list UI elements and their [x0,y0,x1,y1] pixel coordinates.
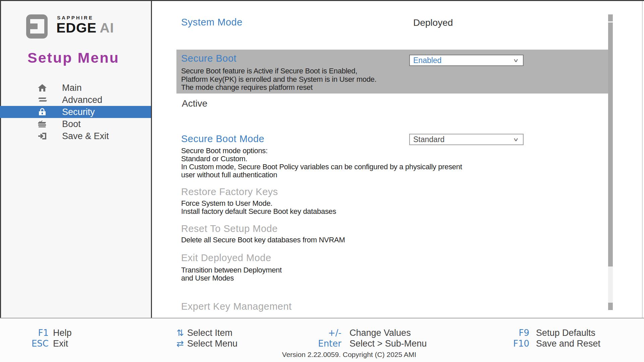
hint-help-label: Help [53,328,72,338]
window-left-border [0,0,1,318]
sidebar-item-boot[interactable]: Boot [0,118,151,130]
leftright-arrows-icon: ⇄ [140,339,184,349]
sidebar-item-label: Boot [62,119,81,129]
key-f1: F1 [5,328,49,338]
sidebar-item-label: Security [62,107,95,117]
scrollbar-down-button[interactable] [608,303,613,310]
exit-deployed-mode-description: Transition between Deploymentand User Mo… [181,266,282,282]
window-top-border [0,0,644,1]
advanced-icon [38,95,47,105]
sidebar-item-advanced[interactable]: Advanced [0,94,151,106]
key-plus-minus: +/- [298,328,341,338]
expert-key-management-item[interactable]: Expert Key Management [181,301,292,312]
key-esc: ESC [5,339,49,349]
hint-select-item-label: Select Item [187,328,232,338]
scrollbar-up-button[interactable] [608,14,613,21]
window-right-border [642,1,643,318]
secure-boot-mode-label: Secure Boot Mode [181,133,264,144]
sidebar-item-label: Main [62,83,82,93]
sidebar-item-save-exit[interactable]: Save & Exit [0,130,151,142]
secure-boot-mode-dropdown-value: Standard [410,135,514,144]
scrollbar-thumb[interactable] [608,22,613,266]
sidebar [0,1,151,318]
exit-deployed-mode-item[interactable]: Exit Deployed Mode [181,252,271,263]
restore-factory-keys-item[interactable]: Restore Factory Keys [181,186,278,197]
secure-boot-status: Active [182,98,207,109]
hint-select-menu-label: Select Menu [187,339,237,349]
secure-boot-mode-description: Secure Boot mode options:Standard or Cus… [181,147,462,179]
brand-sapphire-text: SAPPHIRE [57,15,94,20]
key-f9: F9 [486,328,529,338]
hint-change-values-label: Change Values [350,328,411,338]
brand-edge-ai-text: EDGEAI [56,20,114,36]
sidebar-item-security[interactable]: Security [0,106,151,118]
secure-boot-label: Secure Boot [181,53,236,64]
sidebar-item-label: Advanced [62,95,102,105]
sapphire-edge-logo-icon [26,14,48,39]
exit-icon [38,131,47,141]
secure-boot-dropdown[interactable]: Enabled ∨ [409,55,524,66]
secure-boot-mode-dropdown[interactable]: Standard ∨ [409,134,524,145]
hint-save-reset-label: Save and Reset [536,339,600,349]
reset-to-setup-mode-description: Delete all Secure Boot key databases fro… [181,236,345,244]
sidebar-item-main[interactable]: Main [0,82,151,94]
scrollbar-track[interactable] [608,266,613,303]
secure-boot-description: Secure Boot feature is Active if Secure … [181,67,376,92]
reset-to-setup-mode-item[interactable]: Reset To Setup Mode [181,223,278,234]
home-icon [38,83,47,93]
system-mode-value: Deployed [413,17,453,28]
boot-icon [38,119,47,129]
sidebar-item-label: Save & Exit [62,131,109,141]
key-enter: Enter [298,339,341,349]
sidebar-divider [151,0,152,318]
brand-ai: AI [100,20,114,36]
setup-menu-title: Setup Menu [28,50,119,66]
hint-select-submenu-label: Select > Sub-Menu [350,339,427,349]
brand-edge: EDGE [56,20,97,36]
version-text: Version 2.22.0059. Copyright (C) 2025 AM… [282,351,416,359]
hint-exit-label: Exit [53,339,68,349]
updown-arrows-icon: ⇅ [140,328,184,338]
chevron-down-icon: ∨ [513,58,524,63]
lock-icon [38,107,47,117]
chevron-down-icon: ∨ [513,137,524,142]
secure-boot-dropdown-value: Enabled [410,56,514,65]
system-mode-label: System Mode [181,17,243,28]
hint-setup-defaults-label: Setup Defaults [536,328,595,338]
restore-factory-keys-description: Force System to User Mode.Install factor… [181,199,336,216]
key-f10: F10 [486,339,529,349]
